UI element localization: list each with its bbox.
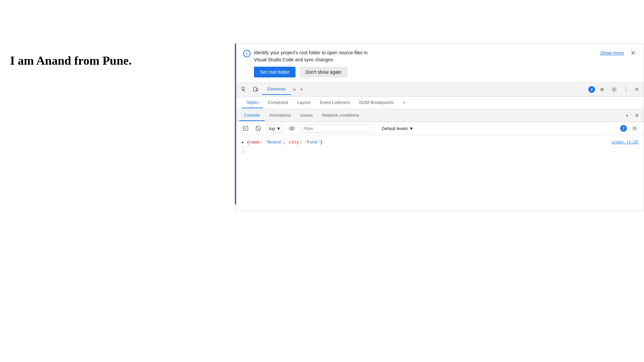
svg-rect-1 (254, 87, 256, 91)
sub-tab-dom-breakpoints[interactable]: DOM Breakpoints (355, 97, 398, 108)
default-levels-label: Default levels (382, 126, 408, 131)
banner-text-line2: Visual Studio Code and sync changes. (254, 57, 334, 62)
watch-expressions-button[interactable] (286, 124, 297, 133)
sub-tab-more[interactable]: » (398, 97, 410, 108)
customize-button[interactable] (597, 85, 607, 94)
eye-icon (288, 125, 295, 131)
default-levels-arrow: ▼ (409, 126, 414, 131)
svg-point-13 (291, 128, 292, 129)
device-toolbar-icon (253, 86, 259, 93)
console-output: ▶ {name: 'Anand', city: 'Pune'} index.js… (236, 135, 644, 211)
devtools-toolbar: Elements » + 2 (236, 82, 644, 97)
console-tab-issues[interactable]: Issues (296, 110, 318, 121)
top-selector-label: top (269, 126, 275, 131)
banner-buttons: Set root folder Don't show again (243, 67, 637, 77)
more-options-button[interactable]: ⋮ (621, 85, 631, 94)
page-content: I am Anand from Pune. (0, 0, 235, 362)
console-log-entry: ▶ {name: 'Anand', city: 'Pune'} index.js… (242, 138, 638, 147)
sub-tab-styles[interactable]: Styles (242, 97, 263, 108)
svg-point-8 (613, 88, 615, 90)
more-tabs-button[interactable]: » (291, 85, 298, 94)
svg-rect-0 (242, 87, 244, 89)
banner-close-button[interactable]: ✕ (629, 49, 637, 57)
prompt-arrow[interactable]: › (242, 149, 245, 155)
console-badge: 2 (620, 125, 627, 132)
top-selector-arrow: ▼ (276, 126, 281, 131)
show-more-link[interactable]: Show more (600, 50, 624, 56)
console-file-link[interactable]: index.js:25 (612, 140, 638, 145)
sub-tab-event-listeners[interactable]: Event Listeners (315, 97, 355, 108)
clear-console-icon (243, 125, 249, 131)
console-prompt: › (242, 147, 638, 157)
top-selector[interactable]: top ▼ (266, 125, 284, 132)
toolbar-right: 2 ⋮ ✕ (588, 85, 641, 94)
console-filter-input[interactable] (300, 124, 374, 133)
add-console-tab-button[interactable]: + (624, 111, 631, 120)
block-button[interactable] (253, 124, 263, 133)
console-settings-icon (632, 125, 638, 131)
issues-badge: 2 (588, 86, 595, 93)
close-devtools-button[interactable]: ✕ (633, 85, 641, 94)
styles-sub-tabs: Styles Computed Layout Event Listeners D… (236, 97, 644, 109)
set-root-folder-button[interactable]: Set root folder (254, 67, 296, 77)
root-folder-banner: i Identify your project's root folder to… (236, 44, 644, 82)
settings-button[interactable] (609, 85, 619, 94)
console-tabs-right: + ✕ (624, 111, 641, 120)
block-icon (255, 125, 261, 131)
console-tabs: Console Animations Issues Network condit… (236, 109, 644, 122)
default-levels-selector[interactable]: Default levels ▼ (382, 126, 414, 131)
inspect-element-button[interactable] (239, 85, 249, 94)
svg-line-11 (257, 127, 260, 130)
banner-top-row: i Identify your project's root folder to… (243, 49, 637, 63)
console-object-value: {name: 'Anand', city: 'Pune'} (247, 140, 323, 145)
devtools-panel: i Identify your project's root folder to… (236, 44, 644, 211)
device-toolbar-button[interactable] (251, 85, 261, 94)
svg-rect-2 (257, 88, 258, 91)
console-tab-animations[interactable]: Animations (265, 110, 296, 121)
clear-console-button[interactable] (240, 124, 251, 133)
console-toolbar: top ▼ Default levels ▼ 2 (236, 122, 644, 135)
dont-show-again-button[interactable]: Don't show again (300, 67, 347, 77)
console-settings-button[interactable] (630, 124, 640, 133)
banner-message: i Identify your project's root folder to… (243, 49, 600, 63)
settings-icon (611, 86, 617, 93)
banner-text-line1: Identify your project's root folder to o… (254, 50, 368, 55)
tab-elements[interactable]: Elements (262, 84, 291, 95)
console-tab-network-conditions[interactable]: Network conditions (318, 110, 364, 121)
page-heading: I am Anand from Pune. (10, 54, 131, 68)
console-right-actions: 2 (620, 124, 640, 133)
add-tab-button[interactable]: + (298, 85, 305, 94)
banner-actions: Show more ✕ (600, 49, 637, 57)
info-icon: i (243, 50, 251, 57)
svg-point-12 (289, 127, 294, 130)
customize-icon (599, 86, 605, 93)
sub-tab-layout[interactable]: Layout (292, 97, 315, 108)
devtools-tab-list: Elements » + (262, 84, 587, 95)
close-console-button[interactable]: ✕ (633, 111, 641, 120)
banner-text: Identify your project's root folder to o… (254, 49, 368, 63)
console-log-left: ▶ {name: 'Anand', city: 'Pune'} (242, 140, 323, 145)
svg-point-14 (634, 127, 636, 129)
expand-arrow[interactable]: ▶ (242, 140, 244, 144)
sub-tab-computed[interactable]: Computed (263, 97, 292, 108)
inspect-icon (241, 86, 247, 93)
svg-point-7 (601, 88, 603, 90)
console-tab-console[interactable]: Console (239, 110, 265, 121)
